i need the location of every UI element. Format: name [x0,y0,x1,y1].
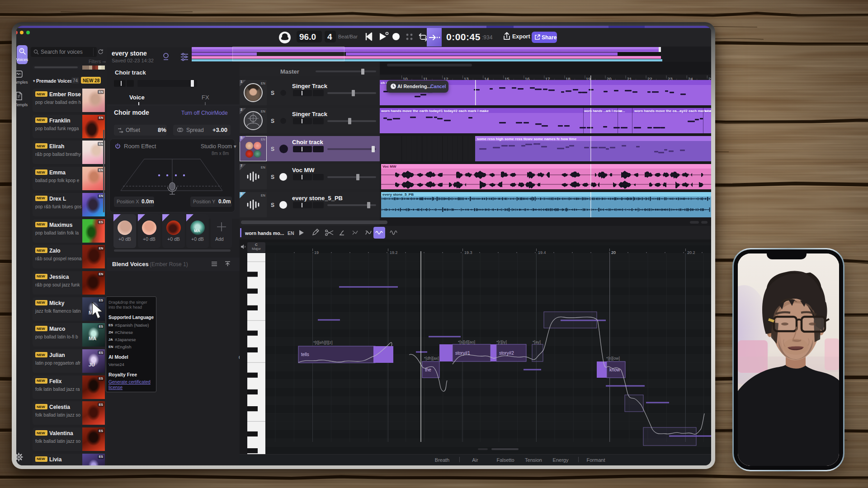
svg-text:worn hands ...ark I make: worn hands ...ark I make [584,109,622,113]
svg-text:*[ay]: *[ay] [533,340,541,344]
svg-text:19.3: 19.3 [464,250,472,255]
svg-text:every stone_5_PB: every stone_5_PB [382,192,414,197]
svg-text:19.2: 19.2 [390,250,398,255]
svg-text:20.2: 20.2 [687,250,695,255]
svg-text:*[n][ow]: *[n][ow] [606,356,620,361]
svg-text:wor: wor [704,109,711,113]
svg-text:some ress high some ress tlowv: some ress high some ress tlowv some name… [477,137,577,141]
svg-text:20: 20 [611,250,616,255]
svg-text:*[r][iy]: *[r][iy] [496,340,507,344]
svg-text:tells: tells [301,352,309,357]
svg-text:*[s][d][ao]: *[s][d][ao] [458,340,475,344]
svg-text:*[dh][ax]: *[dh][ax] [424,356,439,361]
svg-text:story#2: story#2 [499,351,514,356]
svg-text:worn hands move the ea...ay#2: worn hands move the ea...ay#2 each mark … [634,109,711,113]
svg-text:Voc MW: Voc MW [382,164,396,169]
svg-text:19.4: 19.4 [538,250,546,255]
svg-text:*[t][eh][l][z]: *[t][eh][l][z] [313,340,333,345]
svg-text:worn hands move the earth toda: worn hands move the earth today#1 today#… [381,109,489,113]
svg-text:w...: w... [619,109,625,113]
svg-text:19: 19 [314,250,319,255]
